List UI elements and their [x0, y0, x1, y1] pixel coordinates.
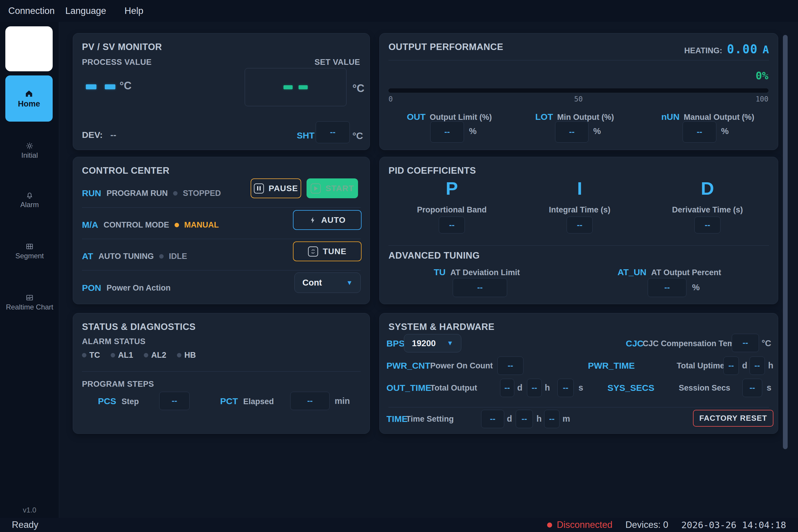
devices-count: Devices: 0	[626, 519, 668, 530]
connection-status: Disconnected	[547, 519, 612, 530]
lot-code: LOT	[535, 112, 553, 122]
pcs-input[interactable]: --	[159, 392, 190, 410]
dev-label: DEV:	[82, 130, 103, 140]
panel-title: CONTROL CENTER	[82, 165, 170, 176]
alarm-dot-al1	[111, 353, 115, 357]
panel-title: SYSTEM & HARDWARE	[388, 322, 494, 332]
pon-dropdown[interactable]: Cont ▼	[294, 272, 361, 293]
scrollbar-thumb[interactable]	[783, 35, 787, 449]
at-status: IDLE	[169, 252, 187, 261]
alarm-dot-tc	[82, 353, 87, 357]
advanced-tuning-title: ADVANCED TUNING	[388, 250, 480, 261]
tune-button[interactable]: TUNE	[293, 242, 362, 261]
start-button-label: START	[325, 184, 354, 193]
time-hours-input[interactable]: --	[516, 410, 533, 428]
bps-dropdown[interactable]: 19200 ▼	[404, 334, 461, 353]
menu-help[interactable]: Help	[119, 3, 149, 19]
pid-label-i: Integral Time (s)	[541, 205, 618, 214]
alarm-dot-al2	[144, 353, 148, 357]
sidebar-item-label: Initial	[21, 151, 38, 159]
cjc-input[interactable]: --	[732, 334, 759, 352]
clock-timestamp: 2026-03-26 14:04:18	[681, 519, 786, 530]
auto-button[interactable]: AUTO	[293, 210, 362, 230]
out-input[interactable]: --	[430, 121, 464, 142]
sidebar-item-initial[interactable]: Initial	[0, 142, 59, 159]
app-logo	[5, 26, 53, 71]
pause-button[interactable]: PAUSE	[251, 178, 301, 198]
pwr-cnt-label: Power On Count	[430, 361, 493, 370]
sv-dash	[283, 85, 292, 89]
pid-p-input[interactable]: --	[439, 216, 465, 233]
run-status: STOPPED	[183, 189, 221, 198]
bps-code: BPS	[386, 339, 405, 348]
start-button[interactable]: START	[306, 178, 358, 198]
alarm-status-title: ALARM STATUS	[82, 337, 146, 346]
pwr-cnt-code: PWR_CNT	[386, 361, 430, 371]
gear-icon	[25, 142, 34, 150]
divider	[82, 371, 361, 372]
sys-secs-code: SYS_SECS	[607, 383, 654, 393]
lot-input[interactable]: --	[555, 121, 589, 142]
dev-value: --	[110, 130, 116, 140]
out-time-secs-input[interactable]: --	[557, 379, 574, 397]
pid-i-input[interactable]: --	[567, 216, 593, 233]
panel-pid-coefficients: PID COEFFICIENTS P Proportional Band -- …	[379, 157, 778, 304]
sht-input[interactable]: --	[316, 121, 350, 143]
divider	[388, 245, 769, 246]
pwr-cnt-input[interactable]: --	[497, 357, 524, 375]
pon-dropdown-value: Cont	[302, 278, 322, 288]
nun-code: nUN	[661, 112, 680, 122]
heating-label: HEATING:	[684, 46, 722, 55]
time-mins-input[interactable]: --	[544, 410, 559, 428]
pv-dash	[105, 84, 115, 89]
tune-button-label: TUNE	[323, 247, 346, 256]
menu-connection[interactable]: Connection	[3, 3, 60, 19]
factory-reset-button[interactable]: FACTORY RESET	[693, 410, 774, 427]
pwr-time-days-input[interactable]: --	[723, 357, 739, 375]
tu-input[interactable]: --	[453, 278, 507, 297]
pv-unit: °C	[119, 80, 131, 92]
panel-title: PV / SV MONITOR	[82, 42, 162, 52]
panel-title: OUTPUT PERFORMANCE	[388, 42, 503, 52]
pct-code: PCT	[220, 396, 238, 406]
panel-status-diagnostics: STATUS & DIAGNOSTICS ALARM STATUS TC AL1…	[73, 313, 370, 434]
at-label: AUTO TUNING	[98, 252, 154, 261]
output-percent: 0%	[756, 70, 768, 82]
pwr-time-hours-input[interactable]: --	[749, 357, 765, 375]
scrollbar-track[interactable]	[783, 26, 787, 514]
sidebar-item-home[interactable]: Home	[5, 75, 53, 121]
out-time-code: OUT_TIME	[386, 383, 431, 393]
out-time-hours-input[interactable]: --	[527, 379, 542, 397]
sys-secs-input[interactable]: --	[742, 379, 762, 397]
program-steps-title: PROGRAM STEPS	[82, 380, 154, 389]
time-days-input[interactable]: --	[481, 410, 504, 428]
bell-icon	[25, 191, 34, 200]
pon-label: Power On Action	[107, 283, 171, 292]
panel-control-center: CONTROL CENTER RUN PROGRAM RUN STOPPED P…	[73, 157, 370, 304]
menu-language[interactable]: Language	[60, 3, 112, 19]
panel-pv-sv-monitor: PV / SV MONITOR PROCESS VALUE SET VALUE …	[73, 33, 370, 150]
process-value-label: PROCESS VALUE	[82, 58, 152, 67]
at-code: AT	[82, 251, 93, 261]
tu-code: TU	[434, 267, 445, 277]
at-un-input[interactable]: --	[648, 278, 686, 297]
pct-input[interactable]: --	[290, 392, 329, 410]
sidebar-item-realtime-chart[interactable]: Realtime Chart	[0, 293, 59, 311]
sidebar-item-alarm[interactable]: Alarm	[0, 191, 59, 209]
sidebar-item-segment[interactable]: Segment	[0, 242, 59, 260]
alarm-label-al1: AL1	[118, 350, 133, 360]
mode-status-dot	[175, 223, 179, 227]
pid-d-input[interactable]: --	[695, 216, 721, 233]
cjc-unit: °C	[762, 339, 772, 348]
chevron-down-icon: ▼	[447, 339, 453, 347]
sys-secs-label: Session Secs	[679, 383, 730, 393]
connection-status-label: Disconnected	[557, 519, 612, 530]
nun-input[interactable]: --	[683, 121, 716, 142]
pcs-label: Step	[121, 397, 139, 406]
pid-label-d: Derivative Time (s)	[669, 205, 746, 214]
sv-value-display[interactable]	[245, 68, 346, 106]
bolt-icon	[309, 216, 317, 224]
pause-button-label: PAUSE	[269, 184, 298, 193]
output-progress-bar[interactable]	[388, 89, 768, 93]
out-time-days-input[interactable]: --	[500, 379, 514, 397]
